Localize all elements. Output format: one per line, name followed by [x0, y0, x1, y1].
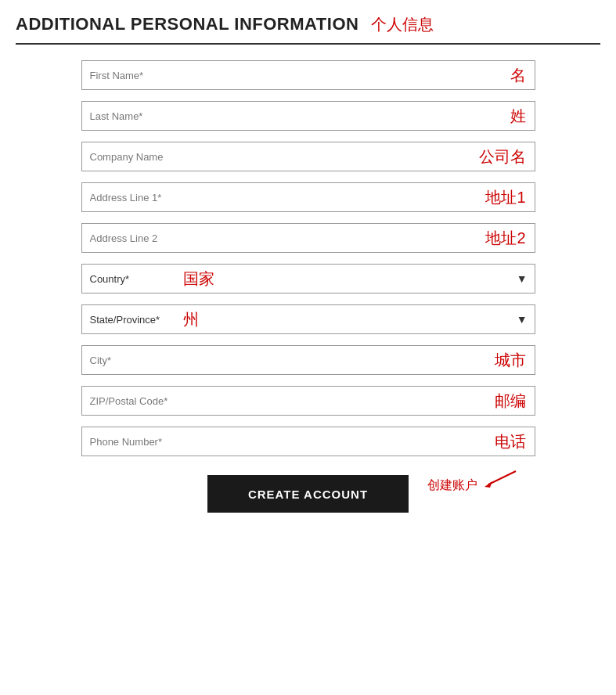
- address-line2-field: 地址2: [81, 223, 535, 253]
- phone-field: 电话: [81, 427, 535, 456]
- create-account-button[interactable]: CREATE ACCOUNT: [207, 475, 409, 513]
- page-title-chinese: 个人信息: [371, 14, 434, 35]
- zip-field: 邮编: [81, 386, 535, 416]
- country-field: Country* 国家 ▼: [81, 264, 535, 293]
- page-container: ADDITIONAL PERSONAL INFORMATION 个人信息 名 姓…: [0, 0, 616, 695]
- city-field: 城市: [81, 345, 535, 375]
- arrow-icon: [481, 467, 520, 491]
- last-name-input[interactable]: [81, 101, 535, 131]
- annotation-text: 创建账户: [427, 477, 477, 494]
- country-select[interactable]: Country*: [81, 264, 535, 293]
- svg-line-0: [488, 471, 516, 484]
- zip-input[interactable]: [81, 386, 535, 416]
- company-name-input[interactable]: [81, 142, 535, 171]
- submit-area: CREATE ACCOUNT 创建账户: [81, 475, 535, 513]
- annotation-arrow: 创建账户: [427, 467, 520, 494]
- first-name-input[interactable]: [81, 60, 535, 90]
- first-name-field: 名: [81, 60, 535, 90]
- phone-input[interactable]: [81, 427, 535, 456]
- address-line2-input[interactable]: [81, 223, 535, 253]
- state-field: State/Province* 州 ▼: [81, 304, 535, 334]
- address-line1-field: 地址1: [81, 182, 535, 212]
- company-name-field: 公司名: [81, 142, 535, 171]
- form-wrapper: 名 姓 公司名 地址1 地址2 Country* 国家 ▼: [81, 60, 535, 513]
- page-header: ADDITIONAL PERSONAL INFORMATION 个人信息: [16, 14, 600, 45]
- page-title: ADDITIONAL PERSONAL INFORMATION: [16, 14, 358, 34]
- city-input[interactable]: [81, 345, 535, 375]
- last-name-field: 姓: [81, 101, 535, 131]
- address-line1-input[interactable]: [81, 182, 535, 212]
- state-select[interactable]: State/Province*: [81, 304, 535, 334]
- svg-marker-1: [485, 481, 492, 488]
